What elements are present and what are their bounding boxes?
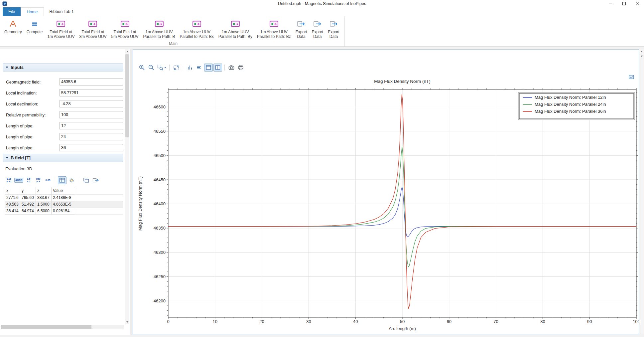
ribbon-button-compute-1[interactable]: Compute [24, 18, 45, 36]
scroll-up-icon[interactable] [125, 49, 129, 54]
zoom-in-icon[interactable] [138, 64, 146, 72]
svg-text:70: 70 [493, 319, 498, 324]
ribbon-button-export-data-10[interactable]: ExportData [309, 18, 325, 40]
input-length-of-pipe-5[interactable] [59, 133, 123, 140]
svg-text:50: 50 [400, 319, 405, 324]
input-label: Length of pipe: [6, 146, 34, 150]
format-0-85-button[interactable]: 0.85 [44, 178, 52, 183]
ribbon-button-1m-above-uuv-parallel-to-path-b-5[interactable]: 1m Above UUVParallel to Path: B [141, 18, 178, 40]
ribbon-button-label: 1m Above UUVParallel to Path: Bx [180, 30, 214, 39]
table-header-value[interactable]: Value [52, 187, 75, 195]
minimize-icon[interactable] [604, 0, 617, 7]
input-geomagnetic-field-0[interactable] [59, 78, 123, 85]
ribbon-tabbar: File Home Ribbon Tab 1 [0, 7, 644, 16]
ribbon-button-export-data-11[interactable]: ExportData [325, 18, 342, 40]
bfield-section-header[interactable]: B field [T] [3, 154, 123, 162]
input-label: Relative permeability: [6, 113, 46, 117]
copy-table-icon[interactable] [82, 176, 90, 184]
ribbon-button-export-data-9[interactable]: ExportData [293, 18, 310, 40]
horizontal-bars-icon[interactable] [195, 64, 203, 72]
ribbon-button-total-field-at-1m-above-uuv-2[interactable]: Total Field at1m Above UUV [45, 18, 77, 40]
sidebar-input-row: Geomagnetic field: [0, 77, 130, 88]
table-cell: 2771.6 [5, 195, 20, 201]
plot-window-icon[interactable] [629, 75, 635, 80]
export-icon [313, 19, 322, 29]
window-title: Untitled.mph - Magnetic Simulations of I… [0, 0, 644, 7]
svg-text:46300: 46300 [154, 250, 166, 255]
right-vertical-scrollbar[interactable] [639, 49, 644, 334]
legend-label: Mag Flux Density Norm: Parallel 36in [535, 109, 606, 114]
table-row[interactable]: 36.41464.9746.50000.026154 [5, 208, 123, 215]
scroll-down-icon[interactable] [639, 54, 644, 58]
input-local-inclination-1[interactable] [59, 89, 123, 96]
sidebar-input-row: Length of pipe: [0, 143, 130, 154]
zoom-extents-icon[interactable] [172, 64, 181, 72]
window-controls [604, 0, 644, 7]
inputs-section-header[interactable]: Inputs [3, 63, 123, 72]
ribbon-button-label: ExportData [328, 30, 339, 39]
legend-window-icon[interactable] [204, 64, 213, 72]
sidebar-vertical-scrollbar[interactable] [125, 49, 129, 324]
toolbar-separator [55, 177, 55, 183]
ribbon-button-label: ExportData [312, 30, 323, 39]
ribbon-button-label: Compute [27, 30, 43, 34]
scrollbar-thumb[interactable] [1, 325, 91, 329]
dropdown-caret-icon[interactable] [164, 67, 166, 68]
ribbon-button-1m-above-uuv-parallel-to-path-by-7[interactable]: 1m Above UUVParallel to Path: By [216, 18, 255, 40]
ribbon-group-label: Main [2, 41, 344, 46]
maximize-icon[interactable] [617, 0, 631, 7]
export-icon [329, 19, 338, 29]
table-header-y[interactable]: y [20, 187, 36, 195]
table-row[interactable]: 2771.6765.60383.672.4186E-8 [5, 195, 123, 201]
panel-divider[interactable] [130, 49, 133, 335]
input-length-of-pipe-4[interactable] [59, 122, 123, 129]
export-table-icon[interactable] [91, 176, 100, 184]
ribbon-button-total-field-at-3m-above-uuv-3[interactable]: Total Field at3m Above UUV [77, 18, 109, 40]
zoom-out-icon[interactable] [147, 64, 156, 72]
svg-text:46550: 46550 [154, 129, 166, 134]
field-plot-icon [56, 19, 65, 29]
ribbon-button-total-field-at-5m-above-uuv-4[interactable]: Total Field at5m Above UUV [109, 18, 141, 40]
scroll-up-icon[interactable] [639, 49, 644, 54]
settings-sidebar: Inputs Geomagnetic field:Local inclinati… [0, 49, 130, 335]
x-axis-title: Arc length (m) [389, 326, 416, 331]
ribbon-button-1m-above-uuv-parallel-to-path-bz-8[interactable]: 1m Above UUVParallel to Path: Bz [255, 18, 293, 40]
camera-icon[interactable] [227, 64, 236, 72]
tab-ribbon-tab-1[interactable]: Ribbon Tab 1 [44, 7, 79, 16]
sidebar-horizontal-scrollbar[interactable] [1, 325, 124, 329]
flower-icon[interactable] [67, 176, 76, 184]
split-window-icon[interactable] [213, 64, 222, 72]
tab-home[interactable]: Home [21, 7, 44, 16]
compute-icon [30, 19, 39, 29]
format-8-5-e-1-button[interactable]: 8.5e-1 [24, 177, 33, 184]
ribbon-button-geometry-0[interactable]: Geometry [2, 18, 24, 36]
format-850-e-3-button[interactable]: 850e-3 [34, 177, 43, 184]
close-icon[interactable] [631, 0, 644, 7]
format-auto-button[interactable]: AUTO [14, 178, 23, 183]
input-relative-permeability-3[interactable] [59, 111, 123, 118]
legend-label: Mag Flux Density Norm: Parallel 12in [535, 95, 606, 100]
print-icon[interactable] [236, 64, 245, 72]
toolbar-separator [79, 177, 79, 183]
table-header-x[interactable]: x [5, 187, 20, 195]
table-cell: 4.6653E-5 [52, 201, 75, 208]
vertical-bars-icon[interactable] [186, 64, 194, 72]
table-header-z[interactable]: z [36, 187, 52, 195]
input-local-declination-2[interactable] [59, 100, 123, 107]
toolbar-separator [224, 65, 225, 71]
svg-text:0: 0 [167, 319, 169, 324]
grid-table-icon[interactable] [58, 176, 66, 184]
plot-canvas[interactable]: 0102030405060708090100462004625046300463… [133, 84, 639, 333]
table-row[interactable]: 48.56351.4921.50004.6653E-5 [5, 201, 123, 208]
tab-file[interactable]: File [3, 7, 21, 16]
y-axis-title: Mag Flux Density Norm (nT) [138, 176, 143, 231]
scroll-down-icon[interactable] [125, 320, 129, 324]
scrollbar-thumb[interactable] [125, 54, 129, 137]
input-length-of-pipe-6[interactable] [59, 144, 123, 151]
zoom-box-icon[interactable] [156, 64, 167, 72]
svg-text:10: 10 [213, 319, 217, 324]
chart-title: Mag Flux Density Norm (nT) [168, 79, 636, 84]
format-8-85-e-12-button[interactable]: 8.85e-12 [5, 177, 13, 184]
ribbon-button-1m-above-uuv-parallel-to-path-bx-6[interactable]: 1m Above UUVParallel to Path: Bx [178, 18, 216, 40]
sidebar-input-row: Length of pipe: [0, 132, 130, 143]
